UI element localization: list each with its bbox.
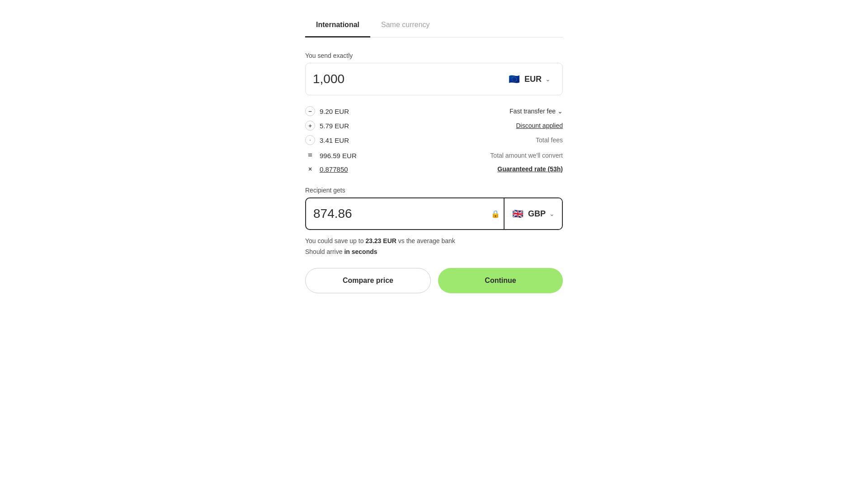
eur-flag: 🇪🇺 bbox=[508, 73, 521, 85]
send-label: You send exactly bbox=[305, 52, 563, 59]
main-container: International Same currency You send exa… bbox=[301, 14, 567, 293]
fee-rows: − 9.20 EUR Fast transfer fee ⌄ + 5.79 EU… bbox=[305, 106, 563, 145]
action-buttons: Compare price Continue bbox=[305, 268, 563, 293]
gbp-currency-selector[interactable]: 🇬🇧 GBP ⌄ bbox=[504, 198, 562, 229]
guaranteed-rate-link[interactable]: Guaranteed rate (53h) bbox=[497, 165, 563, 173]
tab-international[interactable]: International bbox=[305, 14, 370, 38]
gbp-flag: 🇬🇧 bbox=[512, 207, 524, 220]
fee-row-discount: + 5.79 EUR Discount applied bbox=[305, 121, 563, 131]
discount-applied-link[interactable]: Discount applied bbox=[516, 122, 563, 129]
eur-code: EUR bbox=[524, 75, 542, 84]
plus-symbol: + bbox=[305, 121, 315, 131]
arrive-text: Should arrive in seconds bbox=[305, 248, 563, 255]
recipient-amount-input[interactable] bbox=[313, 206, 491, 221]
savings-text: You could save up to 23.23 EUR vs the av… bbox=[305, 237, 563, 244]
savings-amount: 23.23 EUR bbox=[365, 237, 396, 244]
equals-row: = 996.59 EUR Total amount we'll convert bbox=[305, 150, 563, 160]
send-amount-input[interactable] bbox=[313, 72, 504, 86]
tabs-bar: International Same currency bbox=[305, 14, 563, 38]
total-fees-amount: 3.41 EUR bbox=[320, 136, 349, 144]
exchange-rate-value[interactable]: 0.877850 bbox=[320, 165, 348, 173]
arrive-highlight: in seconds bbox=[344, 248, 377, 255]
discount-amount: 5.79 EUR bbox=[320, 122, 349, 130]
eur-currency-selector[interactable]: 🇪🇺 EUR ⌄ bbox=[504, 70, 555, 88]
fee-row-total: ● 3.41 EUR Total fees bbox=[305, 135, 563, 145]
multiply-symbol: × bbox=[305, 164, 315, 174]
compare-price-button[interactable]: Compare price bbox=[305, 268, 431, 293]
eur-chevron-icon: ⌄ bbox=[545, 75, 551, 83]
lock-icon: 🔒 bbox=[491, 210, 500, 218]
fast-transfer-chevron-icon: ⌄ bbox=[557, 108, 563, 115]
recipient-label: Recipient gets bbox=[305, 187, 563, 194]
tab-same-currency[interactable]: Same currency bbox=[370, 14, 441, 38]
convert-label: Total amount we'll convert bbox=[490, 152, 563, 159]
rate-row: × 0.877850 Guaranteed rate (53h) bbox=[305, 164, 563, 174]
total-fees-label: Total fees bbox=[536, 136, 563, 144]
dot-symbol: ● bbox=[305, 135, 315, 145]
recipient-input-box: 🔒 🇬🇧 GBP ⌄ bbox=[305, 197, 563, 230]
convert-amount: 996.59 EUR bbox=[320, 152, 357, 160]
send-input-box: 🇪🇺 EUR ⌄ bbox=[305, 63, 563, 95]
equals-symbol: = bbox=[305, 150, 315, 160]
fee-row-fast-transfer: − 9.20 EUR Fast transfer fee ⌄ bbox=[305, 106, 563, 116]
minus-symbol: − bbox=[305, 106, 315, 116]
gbp-code: GBP bbox=[528, 209, 546, 219]
fast-transfer-fee-link[interactable]: Fast transfer fee ⌄ bbox=[509, 108, 563, 115]
gbp-chevron-icon: ⌄ bbox=[549, 210, 555, 217]
continue-button[interactable]: Continue bbox=[438, 268, 563, 293]
fast-transfer-amount: 9.20 EUR bbox=[320, 108, 349, 115]
